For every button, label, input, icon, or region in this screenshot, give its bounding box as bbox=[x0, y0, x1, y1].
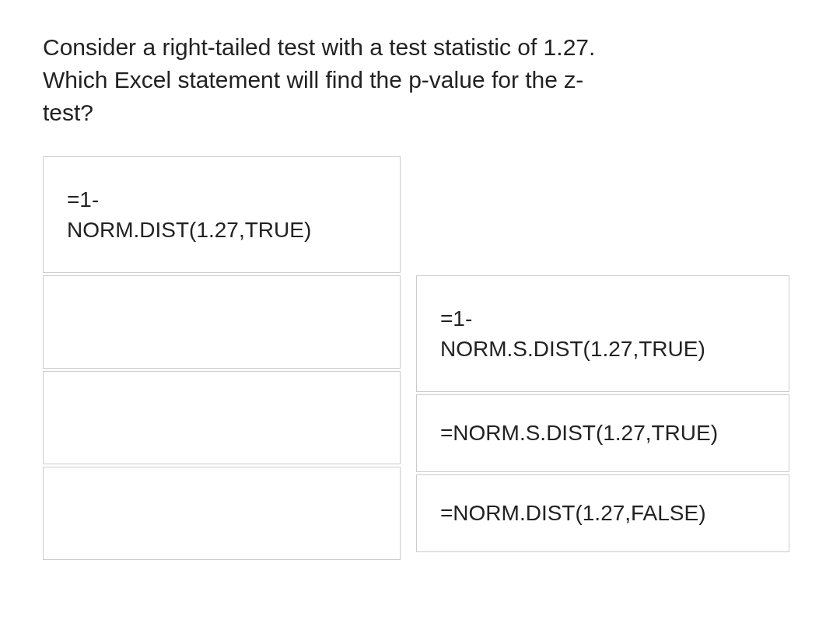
answer-option-1[interactable]: =1- NORM.DIST(1.27,TRUE) bbox=[43, 156, 401, 273]
right-column: =1- NORM.S.DIST(1.27,TRUE) =NORM.S.DIST(… bbox=[416, 275, 789, 562]
answer-option-3[interactable]: =NORM.S.DIST(1.27,TRUE) bbox=[416, 394, 789, 472]
answer-option-4[interactable]: =NORM.DIST(1.27,FALSE) bbox=[416, 474, 789, 552]
empty-cell-2 bbox=[43, 371, 401, 464]
option-1-line-2: NORM.DIST(1.27,TRUE) bbox=[67, 218, 311, 242]
empty-cell-1 bbox=[43, 275, 401, 369]
answer-option-2[interactable]: =1- NORM.S.DIST(1.27,TRUE) bbox=[416, 275, 789, 392]
option-4-text: =NORM.DIST(1.27,FALSE) bbox=[440, 498, 706, 528]
empty-cell-3 bbox=[43, 467, 401, 560]
option-2-line-2: NORM.S.DIST(1.27,TRUE) bbox=[440, 337, 705, 361]
option-1-line-1: =1- bbox=[67, 187, 99, 212]
question-text: Consider a right-tailed test with a test… bbox=[43, 31, 603, 129]
left-column: =1- NORM.DIST(1.27,TRUE) bbox=[43, 156, 401, 562]
answer-grid: =1- NORM.DIST(1.27,TRUE) =1- NORM.S.DIST… bbox=[43, 156, 797, 562]
option-3-text: =NORM.S.DIST(1.27,TRUE) bbox=[440, 418, 718, 448]
option-2-line-1: =1- bbox=[440, 306, 472, 331]
